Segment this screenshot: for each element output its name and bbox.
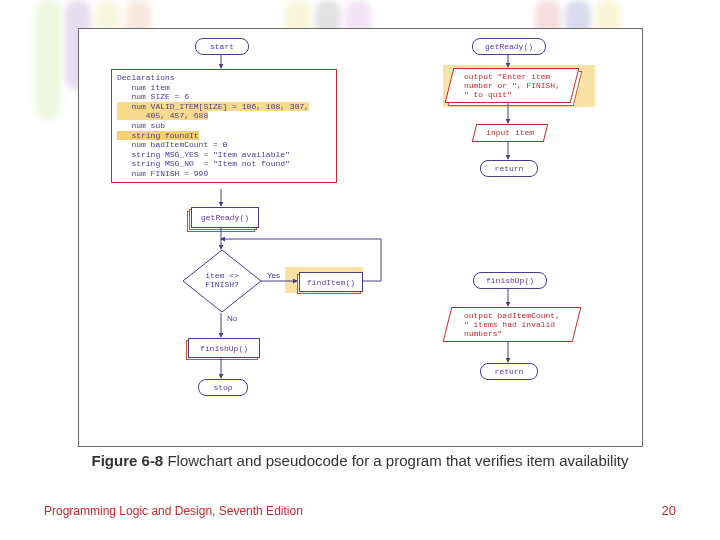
io-output-badcount-text: output badItemCount, " items had invalid… xyxy=(461,310,563,340)
footer-page-number: 20 xyxy=(662,503,676,518)
figure-number: Figure 6-8 xyxy=(92,452,164,469)
edge-label-yes: Yes xyxy=(267,271,280,280)
declarations-box: Declarations num item num SIZE = 6 num V… xyxy=(111,69,337,183)
process-getready-call: getReady() xyxy=(191,207,259,228)
io-input-item: input item xyxy=(472,124,548,142)
process-finditem-call: findItem() xyxy=(299,272,363,292)
io-output-badcount: output badItemCount, " items had invalid… xyxy=(443,307,582,342)
figure-caption: Figure 6-8 Flowchart and pseudocode for … xyxy=(0,452,720,469)
io-output-prompt-text: output "Enter item number or ", FINISH, … xyxy=(461,71,563,101)
terminal-getready-head: getReady() xyxy=(472,38,546,55)
slide-root: start Declarations num item num SIZE = 6… xyxy=(0,0,720,540)
io-output-prompt: output "Enter item number or ", FINISH, … xyxy=(445,68,580,103)
flowchart-figure: start Declarations num item num SIZE = 6… xyxy=(78,28,643,447)
decision-finish: item <>FINISH? xyxy=(189,271,255,289)
svg-marker-0 xyxy=(183,250,261,312)
terminal-stop: stop xyxy=(198,379,248,396)
terminal-finishup-head: finishUp() xyxy=(473,272,547,289)
edge-label-no: No xyxy=(227,314,237,323)
process-finishup-call: finishUp() xyxy=(188,338,260,358)
io-input-item-text: input item xyxy=(483,127,537,138)
terminal-start: start xyxy=(195,38,249,55)
terminal-finishup-return: return xyxy=(480,363,538,380)
terminal-getready-return: return xyxy=(480,160,538,177)
figure-caption-text: Flowchart and pseudocode for a program t… xyxy=(163,452,628,469)
footer-book-title: Programming Logic and Design, Seventh Ed… xyxy=(44,504,303,518)
